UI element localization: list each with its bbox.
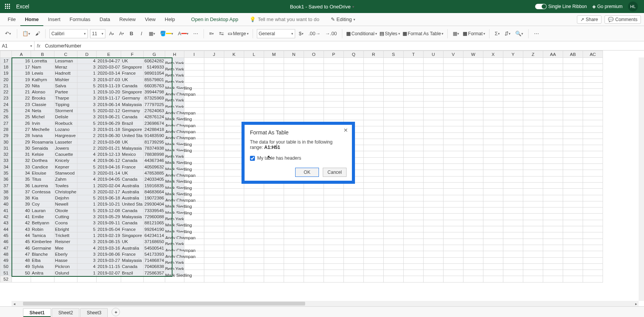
dialog-ok-button[interactable]: OK [295, 168, 319, 177]
row-header[interactable]: 45 [0, 232, 12, 239]
row-header[interactable]: 46 [0, 239, 12, 245]
formula-input[interactable]: CustomerNumber [43, 43, 644, 49]
row-header[interactable]: 38 [0, 189, 12, 195]
col-header[interactable]: X [483, 51, 503, 58]
dialog-cancel-button[interactable]: Cancel [323, 168, 347, 177]
table-row[interactable]: 4645KimberleeReisner32019-08-15UK3716865… [0, 239, 603, 245]
table-row[interactable]: 52 [0, 276, 603, 282]
col-header[interactable]: N [284, 51, 304, 58]
row-header[interactable]: 28 [0, 126, 12, 132]
table-row[interactable]: 2423ClassieTipping32019-06-14Malayasia77… [0, 101, 603, 108]
table-row[interactable]: 5049SylviaPickron42019-11-15Canada704068… [0, 263, 603, 270]
go-premium-button[interactable]: ◈ Go premium [592, 4, 623, 9]
col-header[interactable]: D [77, 51, 97, 58]
col-header[interactable]: G [143, 51, 165, 58]
table-row[interactable]: 2524NetaStorment52020-02-12Germany276240… [0, 108, 603, 114]
wrap-text-button[interactable]: ⭾ [218, 29, 225, 39]
col-header[interactable]: I [184, 51, 204, 58]
row-header[interactable]: 49 [0, 257, 12, 263]
row-header[interactable]: 25 [0, 108, 12, 114]
col-header[interactable]: Y [503, 51, 523, 58]
row-header[interactable]: 50 [0, 263, 12, 270]
tell-me-search[interactable]: 💡 Tell me what you want to do [250, 16, 319, 22]
editing-mode[interactable]: ✎ Editing ▾ [331, 16, 355, 22]
col-header[interactable]: C [54, 51, 77, 58]
autosum-button[interactable]: Σ▾ [493, 29, 501, 39]
tab-insert[interactable]: Insert [43, 13, 65, 26]
format-cells-button[interactable]: ▦Format▾ [463, 31, 485, 36]
table-row[interactable]: 2221AlonsoPartee12019-10-20Singapore3994… [0, 89, 603, 95]
tab-data[interactable]: Data [95, 13, 115, 26]
col-header[interactable]: T [403, 51, 423, 58]
col-header[interactable]: M [264, 51, 284, 58]
row-header[interactable]: 39 [0, 195, 12, 201]
row-header[interactable]: 21 [0, 83, 12, 89]
col-header[interactable]: S [383, 51, 403, 58]
table-row[interactable]: 4241EmilieCutting32019-05-29Malayasia729… [0, 214, 603, 220]
table-row[interactable]: 3837ContessaChristophe32020-02-17Austral… [0, 189, 603, 195]
name-box[interactable]: A1▾ [0, 41, 34, 50]
col-header[interactable]: E [97, 51, 121, 58]
tab-formulas[interactable]: Formulas [65, 13, 95, 26]
tab-file[interactable]: File [3, 13, 20, 26]
table-row[interactable]: 5150AnitraOslund12019-02-07Brazil7258635… [0, 270, 603, 276]
fill-color-button[interactable]: 🪣▾ [159, 29, 174, 39]
col-header[interactable]: J [204, 51, 224, 58]
col-header[interactable]: R [363, 51, 383, 58]
tab-help[interactable]: Help [160, 13, 180, 26]
row-header[interactable]: 29 [0, 132, 12, 139]
bold-button[interactable]: B [128, 29, 135, 39]
number-format-combo[interactable]: General▾ [257, 29, 295, 38]
italic-button[interactable]: I [138, 29, 145, 39]
sheet-tab-1[interactable]: Sheet1 [23, 308, 51, 317]
col-header[interactable]: Q [343, 51, 363, 58]
table-row[interactable]: 4847BlancheEberly32019-08-06France541733… [0, 251, 603, 257]
col-header[interactable]: AB [563, 51, 583, 58]
col-header[interactable]: P [324, 51, 343, 58]
table-row[interactable]: 2625MichelDelisle32019-06-21Canada428761… [0, 114, 603, 120]
row-header[interactable]: 18 [0, 64, 12, 70]
checkbox-input[interactable] [250, 156, 255, 161]
more-font-button[interactable]: ⋯ [192, 29, 200, 39]
table-row[interactable]: 4342BettyannCoons32019-09-11Canada881210… [0, 220, 603, 226]
has-headers-checkbox[interactable]: My table has headers [250, 155, 347, 161]
row-header[interactable]: 36 [0, 176, 12, 182]
add-sheet-button[interactable]: + [112, 308, 120, 316]
row-header[interactable]: 43 [0, 220, 12, 226]
row-header[interactable]: 30 [0, 139, 12, 145]
share-button[interactable]: ↗Share [577, 15, 601, 24]
increase-font-button[interactable]: A▴ [108, 29, 115, 39]
insert-cells-button[interactable]: ▦▾ [452, 29, 460, 39]
row-header[interactable]: 48 [0, 251, 12, 257]
sheet-tab-2[interactable]: Sheet2 [52, 308, 79, 317]
table-row[interactable]: 4039CoyNewell12019-10-21United Sta299304… [0, 201, 603, 207]
undo-button[interactable]: ↶▾ [3, 29, 13, 39]
row-header[interactable]: 37 [0, 182, 12, 188]
tab-home[interactable]: Home [20, 13, 43, 26]
open-desktop-link[interactable]: Open in Desktop App [191, 16, 238, 22]
user-avatar[interactable]: HL [628, 2, 638, 11]
currency-button[interactable]: $▾ [297, 29, 305, 39]
table-row[interactable]: 4948ElbaHasse32019-03-27Malayasia7148687… [0, 257, 603, 263]
format-painter-button[interactable]: 🖌 [34, 29, 41, 39]
row-header[interactable]: 27 [0, 120, 12, 126]
row-header[interactable]: 33 [0, 157, 12, 163]
col-header[interactable]: O [304, 51, 324, 58]
cell-styles-button[interactable]: ▤Styles▾ [380, 31, 400, 36]
row-header[interactable]: 44 [0, 226, 12, 232]
table-row[interactable]: 2322BrooksTharpe32019-11-17Germany873259… [0, 95, 603, 101]
ribbon-overflow-button[interactable]: ⋯ [532, 29, 540, 39]
col-header[interactable]: Z [523, 51, 543, 58]
table-row[interactable]: 1817NamMeraz32020-03-07Singapore5149933B… [0, 64, 603, 70]
row-header[interactable]: 26 [0, 114, 12, 120]
horizontal-scrollbar[interactable]: ◂▸ [12, 301, 639, 306]
row-header[interactable]: 22 [0, 89, 12, 95]
comments-button[interactable]: 💬Comments [605, 15, 641, 24]
row-header[interactable]: 24 [0, 101, 12, 108]
borders-button[interactable]: ▦▾ [148, 29, 156, 39]
table-row[interactable]: 2120NitaSalva52019-11-19Canada66035763Ma… [0, 83, 603, 89]
table-row[interactable]: 1716LorrettaLessman42019-04-27UK60624282… [0, 58, 603, 64]
font-combo[interactable]: Calibri▾ [49, 29, 88, 38]
row-header[interactable]: 20 [0, 76, 12, 82]
row-header[interactable]: 17 [0, 58, 12, 64]
